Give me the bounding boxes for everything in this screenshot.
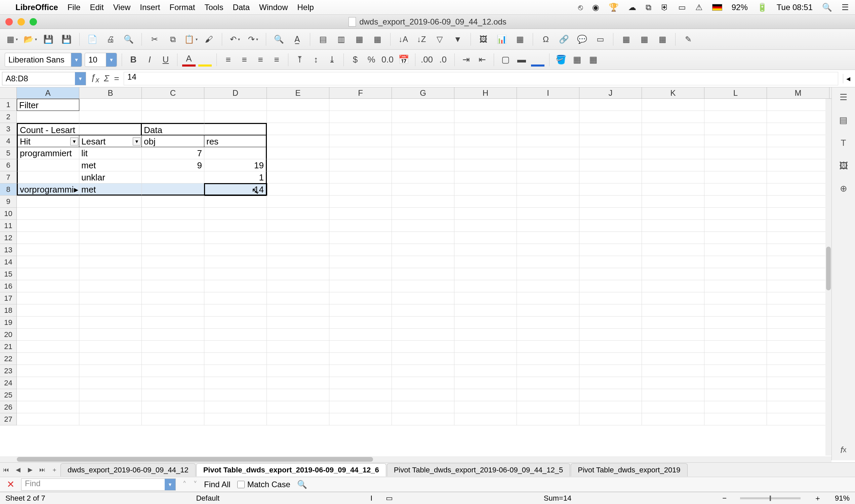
font-name-combo[interactable]: Liberation Sans ▼ [5,53,82,67]
row-header-21[interactable]: 21 [0,341,17,353]
cell-L7[interactable] [705,172,767,183]
cell-K11[interactable] [642,220,705,232]
cell-F8[interactable] [329,183,392,196]
cell-C10[interactable] [142,208,204,220]
find-input[interactable]: Find ▼ [21,479,176,490]
header-footer-button[interactable]: ▭ [593,33,607,46]
cell-H25[interactable] [455,389,517,401]
cell-E3[interactable] [267,123,329,135]
cell-E6[interactable] [267,159,329,172]
col-header-A[interactable]: A [17,87,79,98]
cell-J13[interactable] [580,244,642,256]
menu-tools[interactable]: Tools [204,3,223,12]
sidebar-navigator-icon[interactable]: ⊕ [837,181,851,196]
border-style-button[interactable]: ▬ [515,53,528,67]
currency-button[interactable]: $ [349,53,362,67]
cell-I6[interactable] [517,159,580,172]
col-header-H[interactable]: H [455,87,517,98]
app-name[interactable]: LibreOffice [16,3,58,12]
col-header-D[interactable]: D [204,87,267,98]
cell-F13[interactable] [329,244,392,256]
cell-J12[interactable] [580,232,642,244]
zoom-out-button[interactable]: − [722,494,727,503]
cell-D12[interactable] [204,232,267,244]
cell-H1[interactable] [455,99,517,111]
cell-L24[interactable] [705,377,767,389]
cell-H12[interactable] [455,232,517,244]
remove-decimal-button[interactable]: .0 [436,53,450,67]
cell-D7[interactable]: 1 [204,172,267,183]
cell-E11[interactable] [267,220,329,232]
font-size-combo[interactable]: 10 ▼ [85,53,117,67]
cell-D27[interactable] [204,413,267,425]
cell-J9[interactable] [580,196,642,208]
cell-D11[interactable] [204,220,267,232]
cell-M15[interactable] [767,268,830,280]
cell-D18[interactable] [204,304,267,317]
row-header-16[interactable]: 16 [0,280,17,292]
vertical-scrollbar[interactable] [825,99,832,456]
cell-J24[interactable] [580,377,642,389]
cell-F17[interactable] [329,292,392,304]
cell-M24[interactable] [767,377,830,389]
sort-desc-button[interactable]: ↓Z [415,33,428,46]
sidebar-functions-icon[interactable]: fx [837,443,851,457]
cell-L1[interactable] [705,99,767,111]
cell-E5[interactable] [267,147,329,159]
zoom-slider[interactable] [740,497,801,499]
align-center-button[interactable]: ≡ [237,53,251,67]
cell-M5[interactable] [767,147,830,159]
increase-indent-button[interactable]: ⇥ [459,53,473,67]
cell-G16[interactable] [392,280,455,292]
cell-G24[interactable] [392,377,455,389]
equals-button[interactable]: = [114,73,119,84]
cell-A26[interactable] [17,401,79,413]
cell-M2[interactable] [767,111,830,123]
cell-G8[interactable] [392,183,455,196]
col-header-C[interactable]: C [142,87,204,98]
cell-H26[interactable] [455,401,517,413]
cell-K6[interactable] [642,159,705,172]
cell-J3[interactable] [580,123,642,135]
tab-first-button[interactable]: ⏮ [0,466,12,473]
cell-L14[interactable] [705,256,767,268]
save-as-button[interactable]: 💾 [60,33,73,46]
cell-B15[interactable] [79,268,142,280]
align-left-button[interactable]: ≡ [221,53,235,67]
cell-D10[interactable] [204,208,267,220]
cell-C8[interactable] [142,183,204,196]
col-header-K[interactable]: K [642,87,705,98]
horizontal-scrollbar[interactable] [0,456,832,462]
cell-G23[interactable] [392,365,455,377]
cell-E12[interactable] [267,232,329,244]
cell-J26[interactable] [580,401,642,413]
cell-B1[interactable] [79,99,142,111]
row-header-22[interactable]: 22 [0,353,17,365]
cell-L5[interactable] [705,147,767,159]
align-right-button[interactable]: ≡ [254,53,267,67]
cell-E27[interactable] [267,413,329,425]
cell-H22[interactable] [455,353,517,365]
row-header-8[interactable]: 8 [0,183,17,196]
tab-prev-button[interactable]: ◀ [12,466,24,473]
cell-H18[interactable] [455,304,517,317]
cell-C26[interactable] [142,401,204,413]
find-close-button[interactable]: ✕ [7,479,15,490]
cell-D3[interactable] [204,123,267,135]
cell-I20[interactable] [517,329,580,341]
sys-icon-1[interactable]: ⎋ [578,3,583,12]
row-header-24[interactable]: 24 [0,377,17,389]
sheet-tab-2[interactable]: Pivot Table_dwds_export_2019-06-09_09_44… [196,463,386,476]
redo-button[interactable]: ↷ [246,33,260,46]
cell-C18[interactable] [142,304,204,317]
menu-view[interactable]: View [113,3,131,12]
cell-D25[interactable] [204,389,267,401]
cell-F22[interactable] [329,353,392,365]
cell-C25[interactable] [142,389,204,401]
cell-C23[interactable] [142,365,204,377]
cell-D22[interactable] [204,353,267,365]
cell-F19[interactable] [329,317,392,329]
cell-B3[interactable] [79,123,142,135]
row-header-17[interactable]: 17 [0,292,17,304]
cell-K15[interactable] [642,268,705,280]
